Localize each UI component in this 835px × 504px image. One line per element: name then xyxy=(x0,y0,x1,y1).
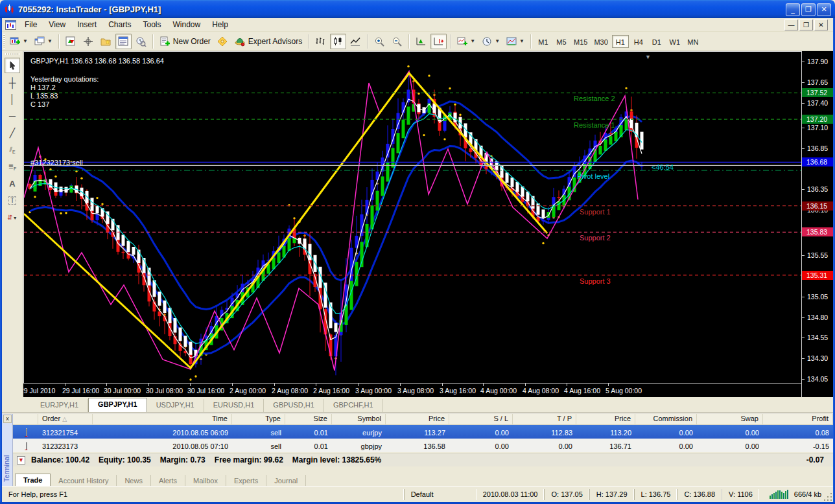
menu-help[interactable]: Help xyxy=(206,19,234,31)
column-header[interactable]: Swap xyxy=(697,414,763,424)
hline-icon: ─ xyxy=(9,111,16,121)
bar-chart-button[interactable] xyxy=(312,34,329,49)
sort-icon: △ xyxy=(62,416,67,422)
time-tick: 30 Jul 16:00 xyxy=(187,387,224,395)
equidistant-channel-tool[interactable]: ⫽E xyxy=(5,142,20,157)
timeframe-m15-button[interactable]: M15 xyxy=(571,35,590,48)
time-tick-mark xyxy=(274,384,275,386)
text-tool[interactable]: A xyxy=(5,176,20,191)
auto-scroll-button[interactable] xyxy=(413,34,429,49)
timeframe-mn-button[interactable]: MN xyxy=(685,35,701,48)
timeframe-h4-button[interactable]: H4 xyxy=(630,35,647,48)
terminal-caption: Terminal xyxy=(3,455,10,482)
order-row[interactable]: 3123231732010.08.05 07:10sell0.01gbpjpy1… xyxy=(13,439,833,452)
menu-file[interactable]: File xyxy=(19,19,43,31)
horizontal-line-tool[interactable]: ─ xyxy=(5,108,20,124)
time-tick: 5 Aug 00:00 xyxy=(606,387,642,395)
navigator-button[interactable] xyxy=(98,34,114,49)
zoom-out-button[interactable] xyxy=(389,34,405,49)
templates-button[interactable]: ▼ xyxy=(504,34,527,49)
menu-charts[interactable]: Charts xyxy=(102,19,137,31)
menu-insert[interactable]: Insert xyxy=(71,19,102,31)
restore-button[interactable]: ❐ xyxy=(801,3,816,16)
chart-tab-gbpjpy[interactable]: GBPJPY,H1 xyxy=(88,398,147,412)
column-header[interactable]: Price xyxy=(386,414,449,424)
expert-advisors-button[interactable]: Expert Advisors xyxy=(232,34,305,49)
mdi-restore-button[interactable]: ❐ xyxy=(799,19,813,30)
profiles-button[interactable]: ▼ xyxy=(32,34,55,49)
column-header[interactable]: Time xyxy=(93,414,232,424)
menu-window[interactable]: Window xyxy=(167,19,207,31)
new-chart-button[interactable]: ▼ xyxy=(7,34,30,49)
level-label: Support 1 xyxy=(580,208,611,216)
crosshair-tool[interactable]: ┼ xyxy=(5,74,20,90)
market-watch-button[interactable] xyxy=(63,34,79,49)
timeframe-m30-button[interactable]: M30 xyxy=(591,35,610,48)
menu-view[interactable]: View xyxy=(43,19,71,31)
chart-tab-usdjpy[interactable]: USDJPY,H1 xyxy=(147,399,204,412)
text-label-tool[interactable]: T xyxy=(5,192,20,208)
timeframe-m5-button[interactable]: M5 xyxy=(553,35,570,48)
mdi-close-button[interactable]: ✕ xyxy=(814,19,828,30)
resize-grip[interactable] xyxy=(824,493,833,502)
column-header[interactable]: Order △ xyxy=(38,414,93,424)
fibonacci-tool[interactable]: ≣F xyxy=(5,159,20,174)
terminal-button[interactable] xyxy=(115,34,132,49)
scroll-to-end-icon[interactable]: ▼ xyxy=(645,53,651,62)
level-label: Pivot level xyxy=(577,172,609,181)
toolbar-grip[interactable] xyxy=(5,53,19,55)
crosshair-button[interactable] xyxy=(80,34,97,49)
arrows-tool[interactable]: ⇵▼ xyxy=(5,209,20,225)
line-chart-button[interactable] xyxy=(347,34,364,49)
orders-table-header[interactable]: Order △TimeTypeSizeSymbolPriceS / LT / P… xyxy=(13,414,833,425)
toolbar-grip[interactable] xyxy=(3,34,5,49)
periods-button[interactable]: ▼ xyxy=(479,34,502,49)
column-header[interactable]: Price xyxy=(576,414,635,424)
indicators-button[interactable]: ▼ xyxy=(454,34,478,49)
timeframe-h1-button[interactable]: H1 xyxy=(612,35,629,48)
chart-tab-eurjpy[interactable]: EURJPY,H1 xyxy=(31,399,88,412)
close-button[interactable]: ✕ xyxy=(817,3,831,16)
zoom-in-button[interactable] xyxy=(371,34,388,49)
time-axis[interactable]: 29 Jul 201029 Jul 16:0030 Jul 00:0030 Ju… xyxy=(23,384,801,397)
strategy-tester-button[interactable] xyxy=(133,34,149,49)
column-header[interactable]: S / L xyxy=(449,414,513,424)
timeframe-w1-button[interactable]: W1 xyxy=(666,35,683,48)
price-axis[interactable]: 137.90137.65137.40137.10136.85136.35136.… xyxy=(801,51,833,397)
balance-segment: Margin level: 13825.65% xyxy=(292,455,381,464)
expert-hat-icon xyxy=(235,36,246,47)
title-bar[interactable]: 7055292: InstaTrader - [GBPJPY,H1] _❐✕ xyxy=(0,0,835,18)
chart-shift-button[interactable] xyxy=(430,34,447,49)
time-tick: 2 Aug 08:00 xyxy=(272,387,308,395)
timeframe-m1-button[interactable]: M1 xyxy=(535,35,552,48)
column-header[interactable]: Size xyxy=(285,414,332,424)
menu-bar: FileViewInsertChartsToolsWindowHelp —❐✕ xyxy=(2,18,833,32)
trendline-tool[interactable]: ╱ xyxy=(5,125,20,141)
chart-tab-gbpchf[interactable]: GBPCHF,H1 xyxy=(324,399,383,412)
terminal-close-button[interactable]: x xyxy=(3,415,12,423)
instatrader-window: 7055292: InstaTrader - [GBPJPY,H1] _❐✕ F… xyxy=(0,0,835,504)
new-order-button[interactable]: New Order xyxy=(157,34,213,49)
candlestick-chart-button[interactable] xyxy=(330,34,346,49)
column-header[interactable]: Profit xyxy=(763,414,833,424)
cursor-tool[interactable] xyxy=(5,58,20,73)
column-header[interactable]: Symbol xyxy=(332,414,386,424)
metaeditor-button[interactable] xyxy=(215,34,231,49)
menu-tools[interactable]: Tools xyxy=(137,19,167,31)
minimize-button[interactable]: _ xyxy=(786,3,800,16)
order-row[interactable]: 3123217542010.08.05 06:09sell0.01eurjpy1… xyxy=(13,425,833,439)
chart-tab-eurusd[interactable]: EURUSD,H1 xyxy=(204,399,265,412)
chart-tab-gbpusd[interactable]: GBPUSD,H1 xyxy=(264,399,324,412)
column-header[interactable] xyxy=(13,414,38,424)
timeframe-d1-button[interactable]: D1 xyxy=(648,35,665,48)
column-header[interactable]: T / P xyxy=(513,414,576,424)
price-tick-mark xyxy=(802,62,805,62)
column-header[interactable]: Type xyxy=(232,414,285,424)
chart-area[interactable]: GBPJPY,H1 136.63 136.68 136.58 136.64 Ye… xyxy=(23,51,801,397)
terminal-tab-trade[interactable]: Trade xyxy=(15,474,51,487)
column-header[interactable]: Commission xyxy=(635,414,697,424)
status-profile[interactable]: Default xyxy=(404,489,476,500)
mdi-minimize-button[interactable]: — xyxy=(784,19,798,30)
vertical-line-tool[interactable]: │ xyxy=(5,91,20,107)
chart-plot[interactable]: GBPJPY,H1 136.63 136.68 136.58 136.64 Ye… xyxy=(23,51,801,384)
